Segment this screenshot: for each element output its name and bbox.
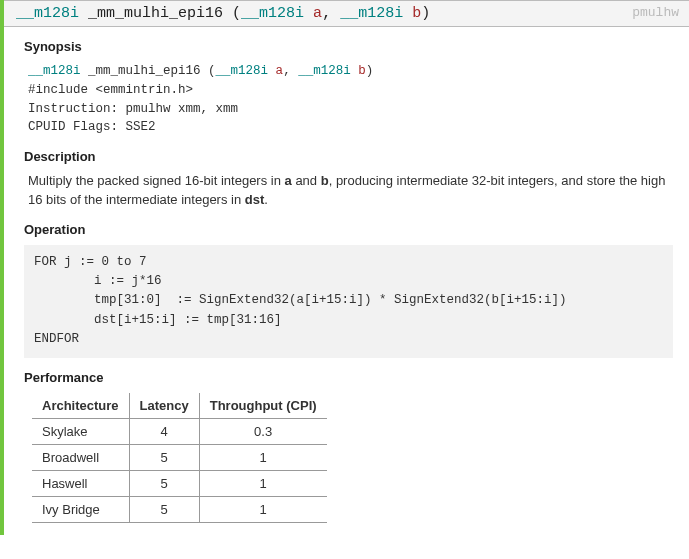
param-type: __m128i [241,5,304,22]
intrinsic-entry: __m128i _mm_mulhi_epi16 (__m128i a, __m1… [0,0,689,535]
throughput-cell: 1 [199,444,326,470]
intrinsic-name: _mm_mulhi_epi16 [88,5,223,22]
table-row: Haswell 5 1 [32,470,327,496]
synopsis-include: #include <emmintrin.h> [28,81,673,100]
throughput-cell: 1 [199,470,326,496]
table-row: Skylake 4 0.3 [32,418,327,444]
performance-table: Architecture Latency Throughput (CPI) Sk… [32,393,327,523]
table-row: Broadwell 5 1 [32,444,327,470]
param-name: a [313,5,322,22]
performance-heading: Performance [24,370,673,385]
param-name: b [412,5,421,22]
table-row: Ivy Bridge 5 1 [32,496,327,522]
arch-cell: Ivy Bridge [32,496,129,522]
instruction-mnemonic: pmulhw [632,5,679,20]
entry-body: Synopsis __m128i _mm_mulhi_epi16 (__m128… [4,27,689,535]
return-type: __m128i [16,5,79,22]
param-type: __m128i [340,5,403,22]
operation-block: FOR j := 0 to 7 i := j*16 tmp[31:0] := S… [24,245,673,358]
signature-text: __m128i _mm_mulhi_epi16 (__m128i a, __m1… [16,5,430,22]
throughput-cell: 1 [199,496,326,522]
col-architecture: Architecture [32,393,129,419]
arch-cell: Broadwell [32,444,129,470]
description-heading: Description [24,149,673,164]
latency-cell: 5 [129,470,199,496]
latency-cell: 5 [129,496,199,522]
col-latency: Latency [129,393,199,419]
synopsis-signature: __m128i _mm_mulhi_epi16 (__m128i a, __m1… [28,62,673,81]
latency-cell: 4 [129,418,199,444]
operation-heading: Operation [24,222,673,237]
col-throughput: Throughput (CPI) [199,393,326,419]
signature-header[interactable]: __m128i _mm_mulhi_epi16 (__m128i a, __m1… [4,0,689,27]
arch-cell: Skylake [32,418,129,444]
arch-cell: Haswell [32,470,129,496]
synopsis-cpuid: CPUID Flags: SSE2 [28,118,673,137]
latency-cell: 5 [129,444,199,470]
table-header-row: Architecture Latency Throughput (CPI) [32,393,327,419]
synopsis-instruction: Instruction: pmulhw xmm, xmm [28,100,673,119]
synopsis-heading: Synopsis [24,39,673,54]
throughput-cell: 0.3 [199,418,326,444]
description-text: Multiply the packed signed 16-bit intege… [28,172,669,210]
synopsis-block: __m128i _mm_mulhi_epi16 (__m128i a, __m1… [28,62,673,137]
